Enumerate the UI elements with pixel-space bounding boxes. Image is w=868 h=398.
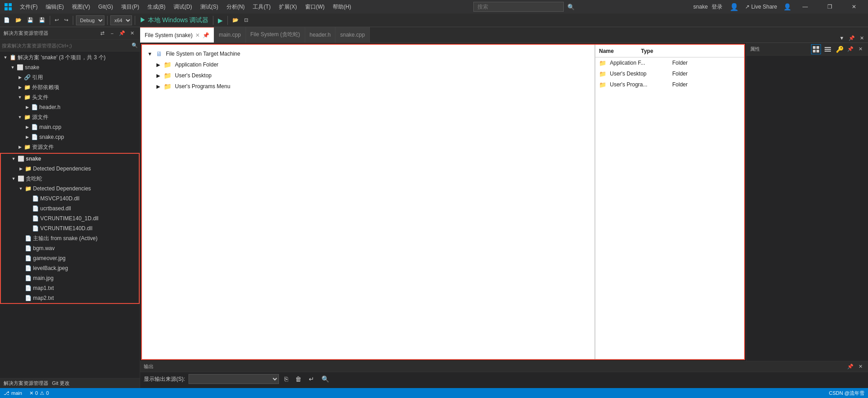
collapse-btn[interactable]: − — [108, 29, 116, 38]
open-folder-btn[interactable]: 📂 — [14, 16, 24, 24]
headers-label: 头文件 — [32, 94, 48, 101]
global-search-input[interactable] — [473, 2, 564, 12]
tab-close-all-btn[interactable]: ✕ — [857, 33, 866, 43]
output-copy-btn[interactable]: ⎘ — [283, 374, 290, 384]
output-filter-btn[interactable]: 🔍 — [320, 374, 331, 384]
tree-src[interactable]: ▼ 📁 源文件 — [0, 112, 140, 122]
solution-explorer-footer[interactable]: 解决方案资源管理器 — [4, 380, 48, 387]
pin-btn[interactable]: 📌 — [118, 29, 126, 38]
fs-root[interactable]: ▼ 🖥 File System on Target Machine — [146, 48, 591, 59]
git-footer[interactable]: Git 更改 — [52, 380, 70, 387]
fs-row-app[interactable]: 📁 Application F... Folder — [595, 57, 744, 68]
tab-file-system-snake[interactable]: File System (snake) ✕ 📌 — [140, 27, 214, 43]
menu-extensions[interactable]: 扩展(X) — [275, 1, 301, 13]
tab-fs-tanchishe[interactable]: File System (贪吃蛇) — [246, 27, 305, 43]
fs-row-programs[interactable]: 📁 User's Progra... Folder — [595, 79, 744, 90]
menu-view[interactable]: 视图(V) — [68, 1, 94, 13]
status-errors[interactable]: ✕ 0 ⚠ 0 — [29, 390, 49, 396]
tab-pin-btn[interactable]: 📌 — [847, 33, 856, 43]
menu-edit[interactable]: 编辑(E) — [42, 1, 67, 13]
tree-tanchishe[interactable]: ▼ ⬜ 贪吃蛇 — [1, 174, 139, 184]
panel-close-btn[interactable]: ✕ — [128, 29, 136, 38]
toolbar-extra-btn[interactable]: ⊡ — [242, 16, 250, 24]
tree-msvcp[interactable]: 📄 MSVCP140D.dll — [1, 194, 139, 204]
output-source-select[interactable]: 生成 调试 测试 — [189, 374, 279, 384]
menu-debug[interactable]: 调试(D) — [170, 1, 196, 13]
tree-map2[interactable]: 📄 map2.txt — [1, 293, 139, 303]
tree-vcruntime1[interactable]: 📄 VCRUNTIME140_1D.dll — [1, 213, 139, 223]
menu-window[interactable]: 窗口(W) — [302, 1, 328, 13]
fs-app-folder-label: Application Folder — [175, 62, 218, 68]
tree-snake-highlighted[interactable]: ▼ ⬜ snake — [1, 154, 139, 164]
menu-file[interactable]: 文件(F) — [16, 1, 41, 13]
tree-main-cpp[interactable]: ▶ 📄 main.cpp — [0, 122, 140, 132]
output-close-btn[interactable]: ✕ — [856, 363, 864, 371]
tab-snake-cpp[interactable]: snake.cpp — [335, 27, 370, 43]
snake-project-icon-h: ⬜ — [17, 155, 24, 162]
tab-header-h[interactable]: header.h — [305, 27, 336, 43]
save-all-btn[interactable]: 💾 — [37, 16, 47, 24]
tree-headers[interactable]: ▼ 📁 头文件 — [0, 92, 140, 102]
tree-resources[interactable]: ▶ 📁 资源文件 — [0, 142, 140, 152]
prop-pin-btn[interactable]: 📌 — [846, 45, 854, 53]
tree-main-output[interactable]: 📄 主输出 from snake (Active) — [1, 233, 139, 243]
sync-btn[interactable]: ⇄ — [98, 29, 106, 38]
menu-analyze[interactable]: 分析(N) — [223, 1, 249, 13]
prop-list-btn[interactable] — [823, 44, 833, 54]
tree-gameover[interactable]: 📄 gameover.jpg — [1, 253, 139, 263]
platform-select[interactable]: x64 — [110, 15, 132, 25]
tree-ucrtbased[interactable]: 📄 ucrtbased.dll — [1, 204, 139, 213]
menu-git[interactable]: Git(G) — [94, 2, 117, 12]
run-debugger-btn[interactable]: ▶ 本地 Windows 调试器 — [138, 15, 210, 25]
menu-build[interactable]: 生成(B) — [144, 1, 169, 13]
menu-project[interactable]: 项目(P) — [118, 1, 143, 13]
tab-main-cpp[interactable]: main.cpp — [214, 27, 246, 43]
output-clear-btn[interactable]: 🗑 — [293, 374, 303, 384]
tree-project-snake[interactable]: ▼ ⬜ snake — [0, 62, 140, 72]
restore-button[interactable]: ❐ — [819, 0, 840, 14]
tree-levelback[interactable]: 📄 levelBack.jpeg — [1, 263, 139, 273]
res-folder-icon: 📁 — [24, 143, 31, 151]
prop-close-btn[interactable]: ✕ — [856, 45, 864, 53]
undo-btn[interactable]: ↩ — [53, 16, 61, 24]
tree-snake-cpp[interactable]: ▶ 📄 snake.cpp — [0, 132, 140, 142]
close-button[interactable]: ✕ — [844, 0, 864, 14]
tree-ext-deps[interactable]: ▶ 📁 外部依赖项 — [0, 82, 140, 92]
tree-vcruntime2[interactable]: 📄 VCRUNTIME140D.dll — [1, 223, 139, 233]
run-btn2[interactable]: ▶ — [216, 16, 225, 25]
debug-config-select[interactable]: Debug — [76, 15, 104, 25]
tree-detected-deps-snake[interactable]: ▶ 📁 Detected Dependencies — [1, 164, 139, 174]
menu-test[interactable]: 测试(S) — [197, 1, 222, 13]
login-label[interactable]: 登录 — [712, 3, 722, 11]
tree-ref[interactable]: ▶ 🔗 引用 — [0, 72, 140, 82]
status-git[interactable]: ⎇ main — [4, 390, 22, 396]
fs-user-desktop[interactable]: ▶ 📁 User's Desktop — [146, 70, 591, 81]
vcr1-icon: 📄 — [32, 215, 39, 222]
tree-header-h[interactable]: ▶ 📄 header.h — [0, 102, 140, 112]
prop-key-btn[interactable]: 🔑 — [835, 44, 844, 54]
tree-det-deps-snake2[interactable]: ▼ 📁 Detected Dependencies — [1, 184, 139, 194]
fs-programs-menu[interactable]: ▶ 📁 User's Programs Menu — [146, 81, 591, 92]
fs-row-desktop[interactable]: 📁 User's Desktop Folder — [595, 68, 744, 79]
menu-tools[interactable]: 工具(T) — [249, 1, 274, 13]
save-btn[interactable]: 💾 — [25, 16, 35, 24]
solution-search-input[interactable] — [2, 43, 130, 48]
prop-grid-btn[interactable] — [811, 44, 821, 54]
tab-dropdown-btn[interactable]: ▼ — [837, 33, 846, 43]
main-cpp-label: main.cpp — [39, 124, 61, 130]
tree-map1[interactable]: 📄 map1.txt — [1, 283, 139, 293]
output-pin-btn[interactable]: 📌 — [846, 363, 854, 371]
tab-close-fs-snake[interactable]: ✕ — [195, 32, 200, 38]
open-folder-btn2[interactable]: 📂 — [231, 16, 241, 24]
tree-solution[interactable]: ▼ 📋 解决方案 'snake' (3 个项目，共 3 个) — [0, 52, 140, 62]
live-share-button[interactable]: ↗ Live Share — [742, 3, 780, 11]
tab-pin-fs-snake[interactable]: 📌 — [203, 32, 209, 38]
redo-btn[interactable]: ↪ — [62, 16, 70, 24]
tree-main-jpg[interactable]: 📄 main.jpg — [1, 273, 139, 283]
tree-bgm[interactable]: 📄 bgm.wav — [1, 243, 139, 253]
new-file-btn[interactable]: 📄 — [2, 16, 12, 24]
menu-help[interactable]: 帮助(H) — [329, 1, 355, 13]
minimize-button[interactable]: — — [795, 0, 816, 14]
fs-app-folder[interactable]: ▶ 📁 Application Folder — [146, 59, 591, 70]
output-wrap-btn[interactable]: ↵ — [307, 374, 316, 384]
